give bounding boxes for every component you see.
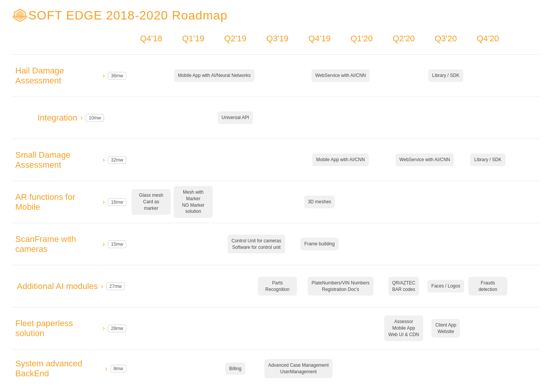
- ai-card-plate: PlateNumbers/VIN Numbers Registration Do…: [308, 277, 373, 296]
- backend-q120: [383, 350, 425, 388]
- quarter-q219: Q2'19: [214, 31, 256, 47]
- ai-title: Additional AI modules: [17, 281, 98, 291]
- quarter-q420: Q4'20: [467, 31, 509, 47]
- ar-mw: 16mw: [108, 198, 126, 206]
- scanframe-arrow: ›: [103, 240, 105, 248]
- small-q119: [172, 141, 214, 179]
- int-q119: [172, 99, 214, 137]
- fleet-title: Fleet paperless solution: [15, 318, 99, 338]
- hail-q420-empty: [467, 57, 509, 95]
- ai-arrow: ›: [101, 282, 103, 290]
- hail-webservice: WebService with AI/CNN: [298, 57, 383, 95]
- ai-qr-aztec: QR/AZTEC BAR codes: [383, 267, 425, 305]
- small-card-library: Library / SDK: [470, 154, 505, 166]
- quarter-q320: Q3'20: [425, 31, 467, 47]
- small-q418: [130, 141, 172, 179]
- ar-card-mesh: Mesh with Marker NO Marker solution: [174, 186, 213, 218]
- small-mw: 32mw: [108, 156, 126, 164]
- integration-mw: 10mw: [86, 114, 104, 122]
- backend-q320: [467, 350, 509, 388]
- backend-q119: [172, 350, 214, 388]
- ar-arrow: ›: [103, 198, 105, 206]
- backend-q418: [130, 350, 172, 388]
- ai-mw: 27mw: [106, 283, 125, 290]
- small-card-cnn: Mobile App with AI/CNN: [312, 154, 368, 166]
- ai-q418: [130, 267, 172, 305]
- scan-q418: [130, 225, 172, 263]
- ar-q219: [214, 183, 256, 221]
- scanframe-mw: 15mw: [108, 240, 126, 248]
- row-ai: Additional AI modules › 27mw Parts Recog…: [11, 265, 540, 307]
- small-title: Small Damage Assessment: [15, 150, 99, 170]
- row-label-scanframe: ScanFrame with cameras › 15mw: [11, 225, 130, 263]
- small-library: Library / SDK: [467, 141, 509, 179]
- ai-card-frauds: Frauds detection: [468, 277, 507, 296]
- hail-q319-empty: [256, 57, 298, 95]
- ai-q219: [214, 267, 256, 305]
- ai-q119: [172, 267, 214, 305]
- ar-card-3d: 3D meshes: [304, 196, 335, 208]
- small-q319: [256, 141, 298, 179]
- row-label-backend: System advanced BackEnd › 8mw: [11, 350, 130, 388]
- row-label-ai: Additional AI modules › 27mw: [11, 267, 130, 305]
- int-q220: [383, 99, 425, 137]
- hail-title: Hail Damage Assessment: [15, 66, 99, 86]
- int-q419: [298, 99, 341, 137]
- backend-arrow: ›: [105, 365, 108, 373]
- fleet-card-client: Client App Website: [432, 319, 460, 338]
- fleet-q120: [341, 309, 383, 348]
- hail-card-mobile: Mobile App with AI/Neural Networks: [174, 69, 254, 82]
- quarter-q319: Q3'19: [256, 31, 298, 47]
- hail-q418: [130, 57, 172, 95]
- int-q320: [425, 99, 467, 137]
- row-label-integration: Integration › 10mw: [11, 99, 130, 137]
- ai-card-qr: QR/AZTEC BAR codes: [388, 277, 419, 296]
- row-scanframe: ScanFrame with cameras › 15mw Control Un…: [11, 223, 540, 265]
- scan-card-control: Control Unit for cameras Software for co…: [228, 235, 285, 254]
- ai-plate-numbers: PlateNumbers/VIN Numbers Registration Do…: [298, 267, 383, 305]
- row-label-fleet: Fleet paperless solution › 28mw: [11, 309, 130, 348]
- scanframe-title: ScanFrame with cameras: [15, 234, 99, 254]
- ai-parts-recog: Parts Recognition: [256, 267, 298, 305]
- int-q420: [467, 99, 509, 137]
- quarter-q418: Q4'18: [130, 31, 172, 47]
- int-q319: [256, 99, 298, 137]
- int-card-api: Universal API: [218, 111, 253, 124]
- row-label-small: Small Damage Assessment › 32mw: [11, 141, 130, 179]
- ar-card-glass: Glass mesh Card as marker: [132, 189, 171, 214]
- backend-q420: [11, 388, 130, 392]
- int-q120: [341, 99, 383, 137]
- ar-q120: [341, 183, 383, 221]
- int-universal-api: Universal API: [214, 99, 256, 137]
- quarter-q220: Q2'20: [383, 31, 425, 47]
- ai-card-faces: Faces / Logos: [427, 280, 464, 292]
- int-q418: [130, 99, 172, 137]
- ai-frauds: Frauds detection: [467, 267, 509, 305]
- fleet-q119: [172, 309, 214, 348]
- ai-faces-logos: Faces / Logos: [425, 267, 467, 305]
- fleet-arrow: ›: [103, 324, 105, 332]
- logo-icon: SOFT EDGE: [11, 7, 28, 24]
- ar-q319: [256, 183, 298, 221]
- scan-q320: [425, 225, 467, 263]
- row-ar: AR functions for Mobile › 16mw Glass mes…: [11, 181, 540, 223]
- integration-arrow: ›: [80, 114, 83, 122]
- fleet-q420: [467, 309, 509, 348]
- row-label-hail: Hail Damage Assessment › 36mw: [11, 57, 130, 95]
- backend-mw: 8mw: [111, 365, 126, 372]
- ar-glass-mesh: Glass mesh Card as marker: [130, 183, 172, 221]
- scan-card-frame: Frame building: [300, 238, 338, 250]
- backend-card-case: Advanced Case Management UserManagement: [264, 359, 333, 378]
- scan-control-unit: Control Unit for cameras Software for co…: [214, 225, 298, 263]
- row-label-ar: AR functions for Mobile › 16mw: [11, 183, 130, 221]
- hail-mobile-app: Mobile App with AI/Neural Networks: [172, 57, 256, 95]
- header: SOFT EDGE SOFT EDGE 2018-2020 Roadmap: [0, 0, 551, 31]
- fleet-q418: [130, 309, 172, 348]
- backend-card-billing: Billing: [225, 363, 245, 375]
- small-mobile-cnn: Mobile App with AI/CNN: [298, 141, 383, 179]
- svg-text:SOFT EDGE: SOFT EDGE: [12, 15, 28, 18]
- hail-mw: 36mw: [108, 72, 126, 80]
- integration-title: Integration: [37, 113, 77, 123]
- ar-mesh-marker: Mesh with Marker NO Marker solution: [172, 183, 214, 221]
- row-small: Small Damage Assessment › 32mw Mobile Ap…: [11, 139, 540, 181]
